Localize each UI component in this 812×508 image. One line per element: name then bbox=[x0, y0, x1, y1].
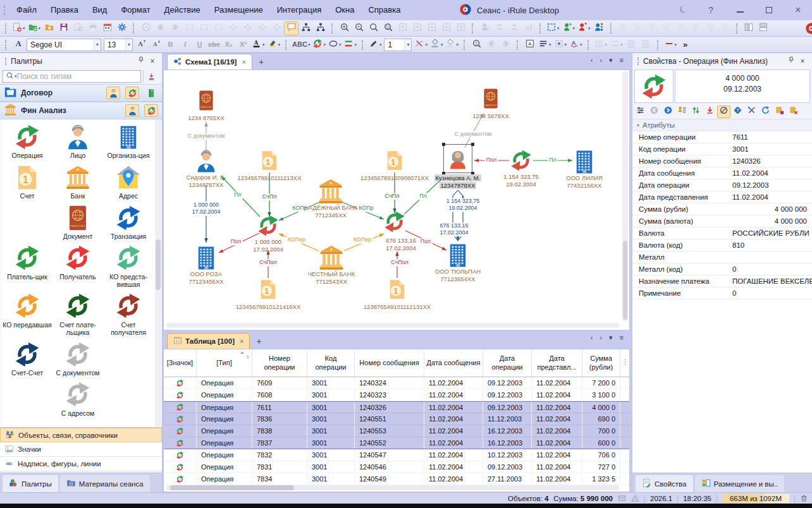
tab-prev-icon[interactable]: ‹ bbox=[591, 334, 593, 341]
dropdown-caret-icon[interactable]: ▾ bbox=[565, 42, 567, 47]
expand-5-button[interactable] bbox=[453, 21, 468, 35]
add-tab-button[interactable]: + bbox=[256, 336, 261, 346]
fill-background-button[interactable]: ▾ bbox=[444, 38, 460, 52]
trash-icon[interactable] bbox=[800, 494, 808, 502]
spell-abc-button[interactable]: ABC▾ bbox=[291, 38, 311, 52]
attribute-row[interactable]: Металл (код)0 bbox=[632, 263, 812, 275]
toolbar-grip[interactable] bbox=[362, 40, 365, 50]
person-filter-button[interactable] bbox=[592, 21, 606, 35]
dropdown-caret-icon[interactable]: ▾ bbox=[549, 42, 551, 47]
palette-item-операция[interactable]: Операция bbox=[2, 123, 52, 161]
fill-border-button[interactable]: ▾ bbox=[429, 38, 445, 52]
swap-links-1-button[interactable] bbox=[492, 21, 507, 35]
text-frame-button[interactable]: A bbox=[522, 38, 537, 52]
warning-icon[interactable] bbox=[631, 494, 639, 502]
combo-dropdown-icon[interactable]: ▾ bbox=[125, 39, 132, 51]
attribute-row[interactable]: Номер операции7611 bbox=[632, 131, 812, 143]
toolbar-grip[interactable] bbox=[610, 23, 613, 33]
palette-item-банк[interactable]: Банк bbox=[52, 163, 103, 202]
attributes-section-header[interactable]: ▾ Атрибуты bbox=[632, 119, 812, 131]
column-header-4[interactable]: Код операции bbox=[307, 349, 355, 377]
line-flag-button[interactable]: ▾ bbox=[342, 38, 358, 52]
tab-dropdown-icon[interactable]: ▾ bbox=[609, 334, 613, 341]
palette-item-документ[interactable]: PASSPORTДокумент bbox=[52, 203, 103, 242]
font-size-select[interactable]: 13▾ bbox=[104, 39, 133, 51]
font-style-button[interactable]: A bbox=[11, 38, 25, 52]
refresh-button[interactable] bbox=[759, 106, 772, 118]
dropdown-caret-icon[interactable]: ▾ bbox=[557, 26, 560, 31]
group-1-button[interactable] bbox=[616, 21, 631, 35]
schedule-button[interactable] bbox=[100, 21, 114, 35]
panel-tab-prop-sheet[interactable]: Свойства bbox=[636, 475, 693, 492]
palette-item-с-адресом[interactable]: С адресом bbox=[52, 380, 103, 418]
node-bank2[interactable] bbox=[317, 244, 345, 272]
toolbar-grip[interactable] bbox=[587, 40, 591, 50]
column-header-5[interactable]: Номер сообщения bbox=[355, 349, 424, 377]
dropdown-caret-icon[interactable]: ▾ bbox=[308, 42, 311, 47]
combo-dropdown-icon[interactable]: ▾ bbox=[94, 39, 101, 51]
settings-button[interactable] bbox=[114, 21, 129, 35]
select-mode-1-button[interactable] bbox=[182, 21, 197, 35]
coins-save-button[interactable] bbox=[773, 106, 786, 118]
dropdown-caret-icon[interactable]: ▾ bbox=[573, 26, 575, 31]
selection-handle[interactable] bbox=[471, 143, 474, 146]
column-header-1[interactable]: [Значок] bbox=[164, 349, 197, 377]
nav-back-button[interactable] bbox=[153, 21, 168, 35]
mail-icon[interactable] bbox=[618, 494, 626, 502]
person-list-button[interactable] bbox=[675, 106, 689, 118]
maximize-button[interactable] bbox=[764, 5, 774, 15]
zoom-out-button[interactable] bbox=[352, 21, 366, 35]
palette-item-счет[interactable]: 1Счет bbox=[2, 163, 52, 202]
close-tab-icon[interactable]: × bbox=[240, 337, 243, 345]
tab-schema[interactable]: Схема1 [16/19] × bbox=[167, 54, 252, 70]
palette-item-ко-предста-вившая[interactable]: КО предста-вившая bbox=[103, 243, 154, 289]
next-view-button[interactable] bbox=[498, 38, 513, 52]
expand-3-button[interactable] bbox=[424, 21, 439, 35]
close-tab-icon[interactable]: × bbox=[242, 58, 245, 66]
attribute-row[interactable]: Дата операции09.12.2003 bbox=[632, 179, 812, 191]
column-header-7[interactable]: Дата операции bbox=[483, 349, 532, 377]
dropdown-caret-icon[interactable]: ▾ bbox=[675, 42, 677, 47]
null-value-button[interactable] bbox=[717, 106, 730, 118]
font-decrease-button[interactable]: A bbox=[149, 38, 163, 52]
person-button[interactable] bbox=[106, 87, 120, 99]
default-link-type-button[interactable]: ▾ bbox=[311, 38, 327, 52]
canvas-vertical-scrollbar[interactable] bbox=[622, 71, 628, 321]
toolbar-grip[interactable] bbox=[285, 40, 288, 50]
palette-item-лицо[interactable]: Лицо bbox=[52, 123, 103, 161]
split-horizontal-button[interactable] bbox=[742, 21, 756, 35]
sort-arrows-button[interactable] bbox=[689, 106, 703, 118]
expand-1-button[interactable] bbox=[395, 21, 410, 35]
attribute-row[interactable]: Сумма (рубли)4 000 000 bbox=[632, 203, 812, 215]
dropdown-caret-icon[interactable]: ▾ bbox=[605, 42, 608, 47]
save-to-folder-button[interactable] bbox=[42, 21, 56, 35]
node-sidorov[interactable] bbox=[194, 149, 218, 173]
toolbar-grip[interactable] bbox=[5, 23, 8, 33]
coins-delete-button[interactable] bbox=[787, 106, 800, 118]
search-input[interactable] bbox=[17, 72, 138, 81]
arrow-down-line-button[interactable] bbox=[703, 106, 717, 118]
sync-op-button[interactable] bbox=[144, 104, 158, 117]
column-header-8[interactable]: Дата представл... bbox=[532, 349, 582, 377]
attribute-row[interactable]: Дата сообщения11.02.2004 bbox=[632, 167, 812, 179]
zoom-in-button[interactable] bbox=[337, 21, 352, 35]
menu-item-9[interactable]: Справка bbox=[361, 0, 407, 20]
rename-button[interactable]: ab bbox=[521, 21, 536, 35]
spell-underline-button[interactable]: А▾ bbox=[568, 38, 584, 52]
book-button[interactable] bbox=[144, 87, 158, 99]
tab-menu-icon[interactable]: ≡ bbox=[620, 334, 624, 341]
table-row[interactable]: Операция76083001124032311.02.200409.12.2… bbox=[164, 389, 629, 401]
anchor-box-button[interactable]: ▾ bbox=[553, 38, 569, 52]
node-liliya[interactable] bbox=[571, 148, 598, 175]
menubar-grip[interactable] bbox=[4, 5, 7, 15]
toolbar-grip[interactable] bbox=[331, 23, 335, 33]
table-row[interactable]: Операция78343001124054911.02.200427.11.2… bbox=[164, 473, 629, 485]
menu-item-8[interactable]: Окна bbox=[328, 0, 361, 20]
expand-2-button[interactable] bbox=[410, 21, 424, 35]
select-mode-3-button[interactable] bbox=[211, 21, 226, 35]
palette-item-счет-плате-льщика[interactable]: Счет плате-льщика bbox=[52, 291, 103, 337]
dropdown-caret-icon[interactable]: ▾ bbox=[425, 42, 428, 47]
hierarchy-down-button[interactable] bbox=[313, 21, 328, 35]
fit-height-button[interactable] bbox=[240, 21, 255, 35]
pen-button[interactable]: ▾ bbox=[367, 38, 383, 52]
